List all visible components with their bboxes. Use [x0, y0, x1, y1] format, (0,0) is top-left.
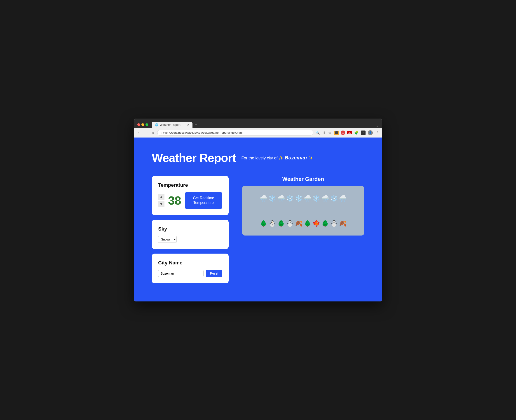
reload-button[interactable]: ↺ [151, 130, 155, 135]
tab-bar: 🌐 Weather Report ✕ + ⌄ [152, 121, 379, 128]
garden-sky-item: 🌨️ [260, 195, 267, 202]
subtitle-sparkle-right: ✨ [308, 156, 313, 160]
maximize-button[interactable] [145, 123, 148, 126]
wallet-icon[interactable]: ▪ [361, 130, 365, 135]
sky-card: Sky Sunny Cloudy Rainy Snowy [152, 220, 229, 249]
browser-window: 🌐 Weather Report ✕ + ⌄ ← → ↺ ℹ File /Use… [134, 119, 382, 301]
tab-dropdown-icon[interactable]: ⌄ [376, 124, 379, 128]
garden-sky-item: ❄️ [330, 195, 338, 202]
share-icon[interactable]: ⬆ [322, 130, 326, 135]
city-name-input[interactable] [158, 270, 204, 277]
garden-sky-item: ❄️ [268, 195, 276, 202]
right-panel: Weather Garden 🌨️❄️🌨️❄️❄️🌨️❄️🌨️❄️🌨️ 🌲⛄🌲⛄… [242, 176, 364, 235]
avatar-button[interactable]: 👤 [367, 130, 373, 136]
garden-ground-item: 🌲 [277, 219, 285, 227]
page-header: Weather Report For the lovely city of ✨ … [152, 151, 364, 165]
garden-sky-item: ❄️ [286, 195, 294, 202]
garden-sky-item: 🌨️ [321, 195, 329, 202]
garden-sky-row: 🌨️❄️🌨️❄️❄️🌨️❄️🌨️❄️🌨️ [247, 190, 360, 206]
tab-title-label: Weather Report [160, 123, 181, 127]
city-input-row: Reset [158, 270, 222, 277]
reset-button[interactable]: Reset [206, 270, 222, 277]
garden-ground-item: 🌲 [321, 219, 329, 227]
address-bar[interactable]: ℹ File /Users/becca/GitHub/AdaGold/weath… [157, 130, 313, 136]
garden-container: 🌨️❄️🌨️❄️❄️🌨️❄️🌨️❄️🌨️ 🌲⛄🌲⛄🍂🌲🍁🌲⛄🍂 [242, 186, 364, 235]
bookmark-icon[interactable]: ☆ [328, 130, 332, 135]
temperature-stepper: ▲ ▼ [158, 194, 165, 207]
page-subtitle: For the lovely city of ✨ Bozeman ✨ [241, 155, 313, 161]
city-name-card: City Name Reset [152, 254, 229, 283]
temperature-card-title: Temperature [158, 182, 222, 188]
garden-ground-row: 🌲⛄🌲⛄🍂🌲🍁🌲⛄🍂 [247, 215, 360, 231]
address-path: /Users/becca/GitHub/AdaGold/weather-repo… [169, 131, 243, 134]
info-icon: ℹ [161, 131, 161, 134]
search-icon[interactable]: 🔍 [315, 130, 320, 135]
temp-increase-button[interactable]: ▲ [158, 194, 165, 200]
subtitle-city: Bozeman [285, 155, 307, 161]
extensions-icon[interactable]: ⬛ [334, 131, 339, 135]
user-avatar: 👤 [368, 130, 373, 135]
active-tab[interactable]: 🌐 Weather Report ✕ [152, 122, 192, 128]
garden-ground-item: ⛄ [268, 219, 276, 227]
new-tab-button[interactable]: + [193, 121, 199, 128]
temperature-display: ▲ ▼ 38 Get Realtime Temperature [158, 192, 222, 209]
main-layout: Temperature ▲ ▼ 38 Get Realtime Temperat… [152, 176, 364, 283]
more-menu-button[interactable]: ⋮ [375, 130, 379, 135]
garden-sky-item: 🌨️ [277, 195, 285, 202]
forward-button[interactable]: → [144, 130, 149, 135]
garden-ground-item: 🍂 [339, 219, 347, 227]
city-name-card-title: City Name [158, 260, 222, 266]
garden-ground-item: 🍁 [312, 219, 320, 227]
garden-sky-item: 🌨️ [304, 195, 311, 202]
realtime-btn-line1: Get Realtime [193, 196, 214, 200]
browser-titlebar: 🌐 Weather Report ✕ + ⌄ [134, 119, 382, 128]
ublock-icon[interactable]: uD [347, 131, 352, 134]
tab-favicon-icon: 🌐 [155, 123, 158, 127]
garden-ground-item: 🍂 [295, 219, 303, 227]
garden-sky-item: 🌨️ [339, 195, 347, 202]
garden-ground-item: ⛄ [330, 219, 338, 227]
garden-title: Weather Garden [242, 176, 364, 182]
sky-select[interactable]: Sunny Cloudy Rainy Snowy [158, 236, 177, 243]
tab-close-button[interactable]: ✕ [187, 123, 189, 127]
get-realtime-temperature-button[interactable]: Get Realtime Temperature [185, 192, 222, 209]
subtitle-prefix: For the lovely city of [241, 156, 277, 160]
traffic-lights [137, 123, 148, 126]
garden-ground-item: ⛄ [286, 219, 294, 227]
minimize-button[interactable] [141, 123, 144, 126]
garden-ground-item: 🌲 [304, 219, 311, 227]
address-protocol: File [163, 131, 168, 134]
garden-ground-item: 🌲 [260, 219, 267, 227]
garden-sky-item: ❄️ [295, 195, 303, 202]
sky-card-title: Sky [158, 226, 222, 232]
browser-toolbar: ← → ↺ ℹ File /Users/becca/GitHub/AdaGold… [134, 128, 382, 137]
back-button[interactable]: ← [137, 130, 142, 135]
temp-decrease-button[interactable]: ▼ [158, 201, 165, 207]
puzzle-icon[interactable]: 🧩 [354, 130, 359, 135]
page-content: Weather Report For the lovely city of ✨ … [134, 137, 382, 301]
temperature-value: 38 [168, 195, 181, 206]
subtitle-sparkle-left: ✨ [279, 156, 283, 160]
toolbar-icons: 🔍 ⬆ ☆ ⬛ ⌂ uD 🧩 ▪ 👤 ⋮ [315, 130, 379, 136]
page-title: Weather Report [152, 151, 236, 165]
realtime-btn-line2: Temperature [193, 201, 214, 205]
temperature-card: Temperature ▲ ▼ 38 Get Realtime Temperat… [152, 176, 229, 215]
home-icon[interactable]: ⌂ [341, 130, 345, 135]
garden-sky-item: ❄️ [312, 195, 320, 202]
left-panel: Temperature ▲ ▼ 38 Get Realtime Temperat… [152, 176, 229, 283]
close-button[interactable] [137, 123, 140, 126]
